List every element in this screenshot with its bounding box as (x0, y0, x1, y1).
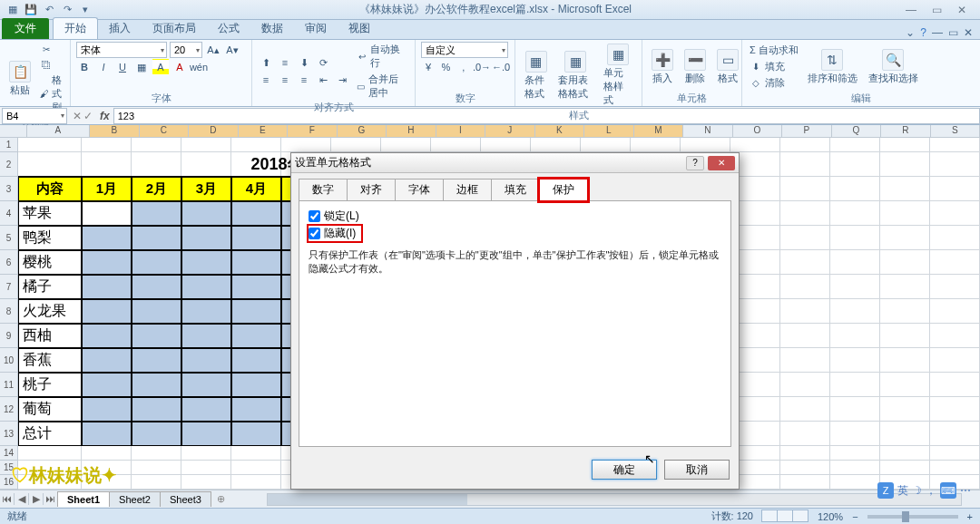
tab-review[interactable]: 审阅 (294, 18, 338, 39)
tab-file[interactable]: 文件 (2, 18, 49, 39)
cell-M1[interactable] (631, 138, 681, 152)
cell-R13[interactable] (880, 422, 930, 446)
cell-R5[interactable] (880, 226, 930, 250)
cell-P13[interactable] (780, 422, 830, 446)
cell-S12[interactable] (930, 397, 980, 422)
cell-S9[interactable] (930, 324, 980, 348)
cut-button[interactable]: ✂ (38, 42, 67, 56)
orientation-icon[interactable]: ⟳ (315, 54, 331, 71)
ribbon-minimize-icon[interactable]: ⌄ (906, 26, 915, 39)
cell-Q9[interactable] (830, 324, 880, 348)
cell-C9[interactable] (132, 324, 181, 348)
ime-more-icon[interactable]: ⋯ (960, 484, 971, 497)
font-size-select[interactable]: 20 (170, 42, 202, 58)
maximize-button[interactable]: ▭ (927, 4, 946, 16)
col-B[interactable]: B (90, 125, 140, 137)
cell-R15[interactable] (880, 461, 930, 475)
cell-E14[interactable] (231, 446, 281, 461)
cell-Q4[interactable] (830, 201, 880, 226)
underline-button[interactable]: U (114, 59, 131, 75)
cell-C8[interactable] (132, 299, 181, 324)
row-head-1[interactable]: 1 (0, 138, 18, 152)
cell-D5[interactable] (181, 226, 231, 250)
cell-A10[interactable]: 香蕉 (18, 348, 82, 373)
cell-D15[interactable] (181, 461, 231, 475)
cell-R3[interactable] (880, 177, 930, 201)
cell-B3[interactable]: 1月 (82, 177, 132, 201)
cell-C11[interactable] (132, 373, 181, 397)
cell-R1[interactable] (880, 138, 930, 152)
col-P[interactable]: P (782, 125, 832, 137)
cell-D14[interactable] (181, 446, 231, 461)
cell-E5[interactable] (231, 226, 281, 250)
cell-P3[interactable] (780, 177, 830, 201)
cell-C13[interactable] (132, 422, 181, 446)
cell-C3[interactable]: 2月 (132, 177, 181, 201)
cell-S3[interactable] (930, 177, 980, 201)
enter-formula-icon[interactable]: ✓ (83, 110, 93, 122)
cell-C4[interactable] (132, 201, 181, 226)
font-name-select[interactable]: 宋体 (76, 42, 167, 58)
format-table-button[interactable]: ▦套用表格格式 (554, 49, 596, 102)
dialog-close-button[interactable]: ✕ (708, 156, 735, 170)
cell-P1[interactable] (780, 138, 830, 152)
cell-P7[interactable] (780, 275, 830, 299)
delete-cells-button[interactable]: ➖删除 (681, 47, 710, 87)
align-right-icon[interactable]: ≡ (296, 72, 312, 88)
cell-D4[interactable] (181, 201, 231, 226)
doc-close-button[interactable]: ✕ (964, 26, 973, 39)
hide-checkbox[interactable] (309, 228, 320, 239)
col-K[interactable]: K (535, 125, 585, 137)
cell-B13[interactable] (82, 422, 132, 446)
col-D[interactable]: D (189, 125, 239, 137)
decrease-font-icon[interactable]: A▾ (224, 42, 240, 58)
col-I[interactable]: I (436, 125, 486, 137)
cell-K1[interactable] (531, 138, 581, 152)
row-head-12[interactable]: 12 (0, 397, 18, 422)
undo-icon[interactable]: ↶ (42, 3, 56, 17)
cell-B10[interactable] (82, 348, 132, 373)
cell-R7[interactable] (880, 275, 930, 299)
dec-decimal-icon[interactable]: ←.0 (493, 59, 509, 75)
cell-O1[interactable] (730, 138, 780, 152)
cell-S15[interactable] (930, 461, 980, 475)
cell-D3[interactable]: 3月 (181, 177, 231, 201)
cell-Q13[interactable] (830, 422, 880, 446)
cell-S8[interactable] (930, 299, 980, 324)
cell-D16[interactable] (181, 475, 231, 490)
cell-C1[interactable] (132, 138, 181, 152)
cell-B9[interactable] (82, 324, 132, 348)
sheet-first-icon[interactable]: ⏮ (0, 493, 15, 505)
lock-checkbox[interactable] (309, 210, 320, 222)
cell-Q16[interactable] (830, 475, 880, 490)
cancel-formula-icon[interactable]: ✕ (73, 110, 82, 122)
cell-R14[interactable] (880, 446, 930, 461)
cell-E11[interactable] (231, 373, 281, 397)
cancel-button[interactable]: 取消 (664, 460, 730, 480)
row-head-11[interactable]: 11 (0, 373, 18, 397)
col-N[interactable]: N (683, 125, 733, 137)
cell-J1[interactable] (481, 138, 531, 152)
row-head-8[interactable]: 8 (0, 299, 18, 324)
align-left-icon[interactable]: ≡ (258, 72, 274, 88)
sheet-tab-3[interactable]: Sheet3 (160, 491, 211, 507)
cell-B1[interactable] (82, 138, 132, 152)
cell-C14[interactable] (132, 446, 181, 461)
ime-logo-icon[interactable]: Z (877, 482, 894, 499)
sheet-last-icon[interactable]: ⏭ (44, 493, 58, 505)
cell-E15[interactable] (231, 461, 281, 475)
cell-Q1[interactable] (830, 138, 880, 152)
zoom-in-icon[interactable]: + (967, 511, 973, 522)
dlg-tab-fill[interactable]: 填充 (491, 179, 540, 201)
cell-B12[interactable] (82, 397, 132, 422)
cell-S7[interactable] (930, 275, 980, 299)
tab-home[interactable]: 开始 (53, 17, 98, 39)
cell-B4[interactable] (82, 201, 132, 226)
ok-button[interactable]: 确定 (592, 460, 657, 480)
name-box[interactable]: B4 (2, 108, 67, 124)
zoom-out-icon[interactable]: − (852, 511, 858, 522)
align-top-icon[interactable]: ⬆ (258, 54, 274, 71)
col-M[interactable]: M (634, 125, 684, 137)
row-head-5[interactable]: 5 (0, 226, 18, 250)
cell-R9[interactable] (880, 324, 930, 348)
